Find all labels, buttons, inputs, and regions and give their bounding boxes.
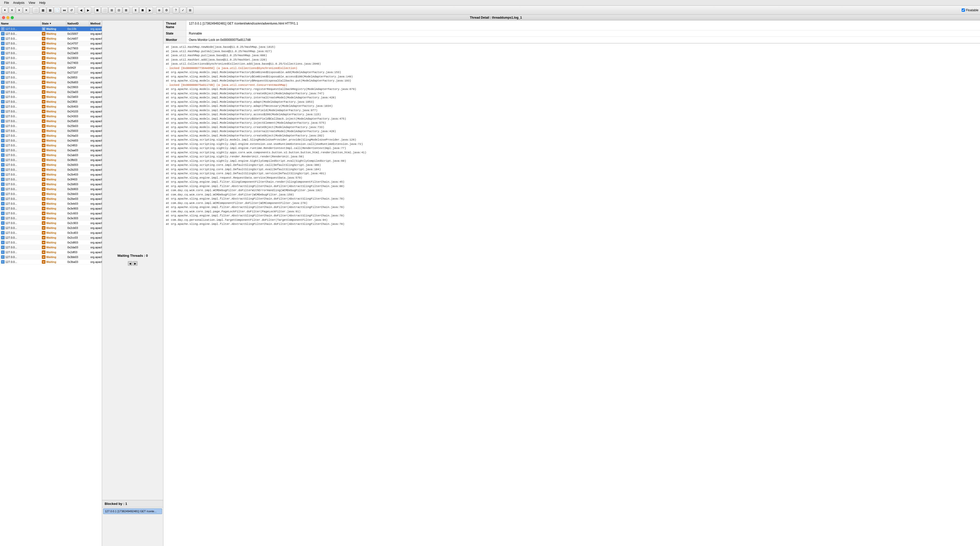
table-row[interactable]: T 127.0.0... W Waiting 0x2c903 org.apach… <box>0 221 102 226</box>
table-row[interactable]: T 127.0.0... W Waiting 0x3ba03 org.apach… <box>0 260 102 265</box>
table-row[interactable]: T 127.0.0... W Waiting 0x26d03 org.apach… <box>0 80 102 85</box>
arrow-left[interactable]: ◀ <box>128 261 132 266</box>
table-row[interactable]: T 127.0.0... W Waiting 0x2bb03 org.apach… <box>0 192 102 196</box>
toolbar-filter-btn[interactable]: ⊗ <box>156 7 162 14</box>
table-row[interactable]: T 127.0.0... W Waiting 0x2c603 org.apach… <box>0 211 102 216</box>
close-button[interactable] <box>2 16 5 19</box>
table-row[interactable]: T 127.0.0... W Waiting 0x2df03 org.apach… <box>0 250 102 255</box>
menu-file[interactable]: File <box>2 0 11 5</box>
table-row[interactable]: T 127.0.0... W Waiting 0x25603 org.apach… <box>0 129 102 133</box>
cell-method: org.apache.... <box>89 138 102 143</box>
cell-nativeid: 0x15007 <box>66 32 89 36</box>
table-row[interactable]: T 127.0.0... W Waiting 0x24a03 org.apach… <box>0 133 102 138</box>
toolbar-refresh-btn[interactable]: ↺ <box>68 7 75 14</box>
toolbar-nav-btn[interactable]: ⏮ <box>61 7 68 14</box>
toolbar-back-btn[interactable]: ◀ <box>78 7 84 14</box>
table-row[interactable]: T 127.0.0... W Waiting 0x24303 org.apach… <box>0 114 102 119</box>
toolbar-export-btn[interactable]: 📄 <box>54 7 60 14</box>
table-row[interactable]: T 127.0.0... W Waiting 0x2cc03 org.apach… <box>0 235 102 240</box>
table-row[interactable]: T 127.0.0... W Waiting 0x22a03 org.apach… <box>0 51 102 56</box>
table-row[interactable]: T 127.0.0... W Waiting 0x23d03 org.apach… <box>0 94 102 99</box>
table-row[interactable]: T 127.0.0... W Waiting 0x3e303 org.apach… <box>0 216 102 221</box>
toolbar-misc-btn[interactable]: ⊞ <box>187 7 193 14</box>
table-row[interactable]: T 127.0.0... W Waiting 0x2be03 org.apach… <box>0 196 102 201</box>
toolbar-close-btn[interactable]: ✕ <box>16 7 22 14</box>
minimize-button[interactable] <box>6 16 10 19</box>
toolbar-check-btn[interactable]: ✓ <box>180 7 186 14</box>
toolbar-print-btn[interactable]: ⬜ <box>32 7 39 14</box>
stack-line: at org.apache.sling.scripting.core.impl.… <box>166 163 977 168</box>
table-row[interactable]: T 127.0.0... W Waiting 0x3fb03 org.apach… <box>0 158 102 163</box>
table-row[interactable]: T 127.0.0... W Waiting 0x2b803 org.apach… <box>0 182 102 187</box>
table-row[interactable]: T 127.0.0... W Waiting 0x3bb03 org.apach… <box>0 255 102 260</box>
table-row[interactable]: T 127.0.0... W Waiting 0x24f03 org.apach… <box>0 143 102 148</box>
toolbar-open-btn[interactable]: ✕ <box>9 7 15 14</box>
menu-help[interactable]: Help <box>37 0 48 5</box>
toolbar-forward-btn[interactable]: ▶ <box>85 7 91 14</box>
state-icon: W <box>42 56 45 60</box>
toolbar-zoom-all-btn[interactable]: ⊟ <box>116 7 122 14</box>
table-row[interactable]: T 127.0.0... W Waiting 0x14d07 org.apach… <box>0 36 102 41</box>
table-row[interactable]: T 127.0.0... W Waiting 0x2da03 org.apach… <box>0 245 102 250</box>
table-row[interactable]: T 127.0.0... W Waiting 0x15007 org.apach… <box>0 32 102 36</box>
table-row[interactable]: T 127.0.0... W Waiting 0x942f org.apache… <box>0 65 102 70</box>
toolbar-rec-btn[interactable]: ▶ <box>146 7 153 14</box>
table-row[interactable]: T 127.0.0... W Waiting 0x26403 org.apach… <box>0 104 102 109</box>
table-row[interactable]: T 127.0.0... W Waiting 0x23003 org.apach… <box>0 56 102 61</box>
table-row[interactable]: T 127.0.0... W Waiting 0x14707 org.apach… <box>0 41 102 46</box>
toolbar-zoom-fit-btn[interactable]: ⊞ <box>108 7 115 14</box>
table-row[interactable]: T 127.0.0... W Waiting 0x2b003 org.apach… <box>0 163 102 168</box>
maximize-button[interactable] <box>11 16 14 19</box>
header-nativeid[interactable]: NativeID <box>66 21 89 26</box>
table-row[interactable]: T 127.0.0... W Waiting 0x25d03 org.apach… <box>0 119 102 124</box>
table-row[interactable]: T 127.0.0... W Waiting 0x3f403 org.apach… <box>0 177 102 182</box>
thread-icon: T <box>1 129 5 133</box>
toolbar-help-btn[interactable]: ? <box>172 7 179 14</box>
toolbar-zoom-out-btn[interactable]: ⏹ <box>94 7 101 14</box>
thread-list-body[interactable]: T 127.0.0... W Waiting 0xc10b org.apache… <box>0 27 102 546</box>
header-state[interactable]: State ▼ <box>41 21 66 26</box>
table-row[interactable]: T 127.0.0... W Waiting 0x3cd03 org.apach… <box>0 230 102 235</box>
table-row[interactable]: T 127.0.0... W Waiting 0x3eb03 org.apach… <box>0 201 102 206</box>
cell-name: T 127.0.0... <box>0 158 41 162</box>
table-row[interactable]: T 127.0.0... W Waiting 0x23903 org.apach… <box>0 85 102 90</box>
toolbar-zoom-sel-btn[interactable]: ⊠ <box>123 7 129 14</box>
table-row[interactable]: T 127.0.0... W Waiting 0x2ab03 org.apach… <box>0 153 102 158</box>
table-row[interactable]: T 127.0.0... W Waiting 0x27903 org.apach… <box>0 46 102 51</box>
cell-method: org.apache.... <box>89 90 102 94</box>
toolbar-table2-btn[interactable]: ▦ <box>47 7 53 14</box>
toolbar-stop-btn[interactable]: ⏹ <box>139 7 146 14</box>
table-row[interactable]: T 127.0.0... W Waiting 0x27107 org.apach… <box>0 70 102 75</box>
table-row[interactable]: T 127.0.0... W Waiting 0x23a03 org.apach… <box>0 90 102 94</box>
table-row[interactable]: T 127.0.0... W Waiting 0x2aa03 org.apach… <box>0 148 102 153</box>
arrow-right[interactable]: ▶ <box>133 261 138 266</box>
menu-analysis[interactable]: Analysis <box>11 0 27 5</box>
header-name[interactable]: Name <box>0 21 41 26</box>
header-method[interactable]: Method <box>89 21 102 26</box>
table-row[interactable]: T 127.0.0... W Waiting 0x2cb03 org.apach… <box>0 226 102 230</box>
toolbar-new-btn[interactable]: ✦ <box>2 7 8 14</box>
cell-method: org.apache.... <box>89 211 102 216</box>
toolbar-close2-btn[interactable]: ✕ <box>23 7 30 14</box>
table-row[interactable]: T 127.0.0... W Waiting 0x26f03 org.apach… <box>0 75 102 80</box>
cell-name: T 127.0.0... <box>0 182 41 187</box>
table-row[interactable]: T 127.0.0... W Waiting 0x25b03 org.apach… <box>0 124 102 129</box>
table-row[interactable]: T 127.0.0... W Waiting 0x3e903 org.apach… <box>0 206 102 211</box>
toolbar-zoom-in-btn[interactable]: ⬜ <box>101 7 108 14</box>
table-row[interactable]: T 127.0.0... W Waiting 0x2b903 org.apach… <box>0 187 102 192</box>
toolbar-table-btn[interactable]: ▦ <box>40 7 46 14</box>
table-row[interactable]: T 127.0.0... W Waiting 0x2b403 org.apach… <box>0 172 102 177</box>
table-row[interactable]: T 127.0.0... W Waiting 0x2d803 org.apach… <box>0 240 102 245</box>
state-icon: W <box>42 129 45 133</box>
toolbar-settings-btn[interactable]: ⚙ <box>163 7 170 14</box>
table-row[interactable]: T 127.0.0... W Waiting 0x24103 org.apach… <box>0 109 102 114</box>
toolbar-play-btn[interactable]: ⏸ <box>132 7 139 14</box>
table-row[interactable]: T 127.0.0... W Waiting 0xc10b org.apache… <box>0 27 102 32</box>
table-row[interactable]: T 127.0.0... W Waiting 0x23f03 org.apach… <box>0 99 102 104</box>
table-row[interactable]: T 127.0.0... W Waiting 0x2b203 org.apach… <box>0 168 102 172</box>
floatable-checkbox[interactable] <box>962 8 965 12</box>
table-row[interactable]: T 127.0.0... W Waiting 0x24d03 org.apach… <box>0 138 102 143</box>
blocked-by-item[interactable]: 127.0.0.1 [1738249492481] GET /conte... <box>103 508 162 514</box>
table-row[interactable]: T 127.0.0... W Waiting 0x27403 org.apach… <box>0 61 102 65</box>
menu-view[interactable]: View <box>27 0 37 5</box>
